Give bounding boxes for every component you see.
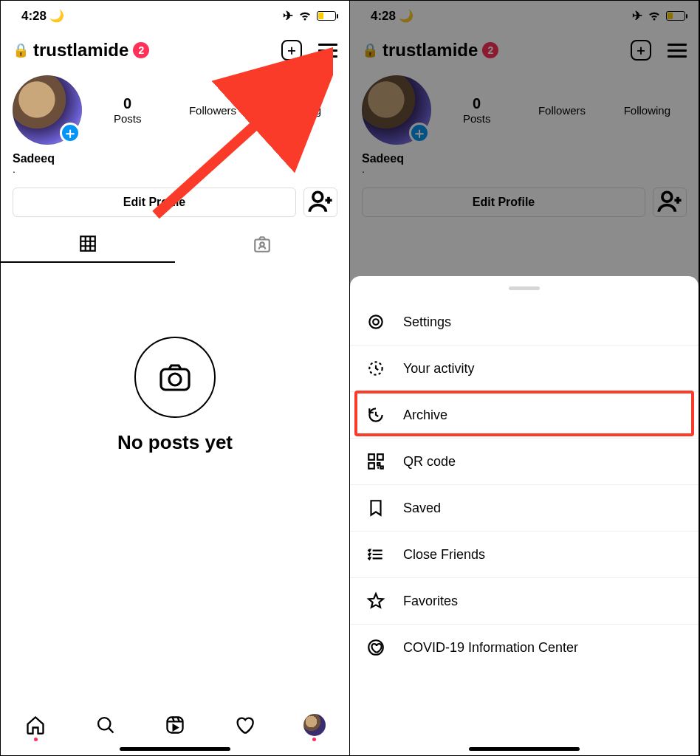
svg-point-11 (369, 315, 382, 328)
edit-profile-button[interactable]: Edit Profile (13, 188, 296, 217)
sheet-handle[interactable] (509, 286, 540, 290)
home-indicator (469, 747, 580, 751)
empty-posts-area: No posts yet (1, 263, 349, 454)
no-posts-label: No posts yet (117, 431, 233, 454)
lock-icon: 🔒 (13, 42, 29, 58)
svg-point-6 (98, 718, 110, 729)
menu-saved[interactable]: Saved (350, 485, 699, 532)
posts-count: 0 (88, 95, 167, 112)
menu-label: Your activity (403, 361, 474, 377)
menu-label: QR code (403, 454, 456, 470)
notification-badge[interactable]: 2 (133, 42, 149, 58)
following-label: Following (258, 104, 337, 117)
menu-settings[interactable]: Settings (350, 299, 699, 346)
right-panel: 4:28 🌙 ✈︎ 🔒 trustlamide 2 ＋ ＋ 0Posts (350, 1, 699, 755)
star-icon (365, 591, 387, 611)
posts-label: Posts (88, 112, 167, 125)
svg-rect-16 (368, 463, 374, 469)
nav-home[interactable] (24, 713, 47, 737)
add-story-icon[interactable]: ＋ (60, 123, 80, 143)
create-button[interactable]: ＋ (281, 40, 302, 61)
nav-reels[interactable] (163, 713, 187, 737)
nav-avatar-icon (303, 714, 326, 736)
svg-point-0 (313, 192, 323, 202)
svg-point-3 (260, 242, 264, 246)
svg-rect-15 (377, 454, 383, 460)
following-stat[interactable]: Following (258, 104, 337, 117)
menu-archive[interactable]: Archive (350, 392, 699, 439)
menu-close-friends[interactable]: Close Friends (350, 532, 699, 578)
username[interactable]: trustlamide (33, 40, 128, 61)
menu-qr-code[interactable]: QR code (350, 439, 699, 485)
followers-stat[interactable]: Followers (173, 104, 252, 117)
battery-icon (317, 11, 336, 21)
heart-info-icon (365, 638, 387, 657)
home-indicator (120, 747, 230, 751)
menu-your-activity[interactable]: Your activity (350, 346, 699, 392)
dnd-icon: 🌙 (49, 9, 64, 23)
menu-favorites[interactable]: Favorites (350, 578, 699, 625)
nav-search[interactable] (94, 713, 117, 737)
svg-rect-14 (368, 454, 374, 460)
bookmark-icon (365, 498, 387, 518)
menu-label: Saved (403, 501, 441, 516)
menu-label: Favorites (403, 594, 458, 609)
status-time: 4:28 (21, 9, 47, 24)
wifi-icon (298, 10, 312, 21)
profile-header: 🔒 trustlamide 2 ＋ (1, 27, 349, 68)
airplane-icon: ✈︎ (283, 8, 293, 24)
svg-point-5 (169, 374, 181, 385)
gear-icon (365, 312, 387, 331)
qr-icon (365, 452, 387, 471)
nav-activity[interactable] (233, 713, 256, 737)
svg-rect-4 (161, 369, 189, 390)
svg-point-12 (373, 319, 379, 325)
profile-tabs (1, 226, 349, 263)
menu-label: Close Friends (403, 547, 485, 563)
stats-row: ＋ 0 Posts Followers Following (1, 68, 349, 145)
svg-rect-7 (167, 718, 182, 733)
menu-sheet: Settings Your activity Archive QR c (350, 276, 699, 755)
status-bar: 4:28 🌙 ✈︎ (1, 1, 349, 27)
camera-icon (134, 337, 216, 418)
svg-rect-1 (80, 236, 95, 251)
close-friends-icon (365, 545, 387, 564)
menu-label: COVID-19 Information Center (403, 640, 578, 656)
left-panel: 4:28 🌙 ✈︎ 🔒 trustlamide 2 ＋ ＋ 0 Posts (1, 1, 350, 755)
activity-icon (365, 359, 387, 378)
bio: . (1, 165, 349, 173)
menu-covid-info[interactable]: COVID-19 Information Center (350, 625, 699, 670)
avatar-wrap[interactable]: ＋ (13, 75, 82, 145)
posts-stat[interactable]: 0 Posts (88, 95, 167, 125)
menu-label: Settings (403, 315, 451, 330)
archive-icon (365, 405, 387, 425)
tab-grid[interactable] (1, 226, 175, 263)
nav-profile[interactable] (303, 713, 326, 737)
discover-people-button[interactable] (303, 188, 337, 217)
followers-label: Followers (173, 104, 252, 117)
menu-list: Settings Your activity Archive QR c (350, 295, 699, 670)
display-name: Sadeeq (1, 145, 349, 165)
menu-button[interactable] (318, 44, 337, 58)
tab-tagged[interactable] (175, 226, 349, 263)
menu-label: Archive (403, 408, 447, 423)
